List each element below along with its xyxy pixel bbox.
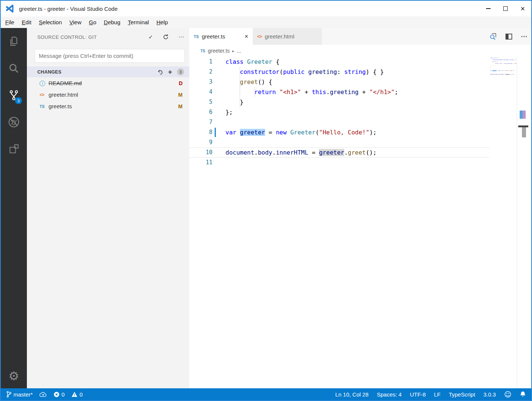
refresh-icon	[163, 34, 169, 40]
change-row-README.md[interactable]: iREADME.mdD	[27, 77, 189, 89]
status-bar: master* 0	[1, 388, 531, 400]
change-row-greeter.ts[interactable]: TSgreeter.tsM	[27, 100, 189, 112]
line-number: 5	[189, 97, 212, 107]
stage-all-button[interactable]: +	[168, 68, 172, 75]
bell-icon	[520, 391, 526, 398]
scm-badge: 3	[15, 97, 22, 104]
close-button[interactable]: ×	[514, 1, 531, 16]
breadcrumb-symbol[interactable]: ...	[237, 48, 241, 54]
commit-check-button[interactable]: ✓	[148, 34, 153, 40]
code-line-10[interactable]: 10document.body.innerHTML = greeter.gree…	[189, 147, 489, 158]
menu-help[interactable]: Help	[153, 18, 172, 27]
vscode-window: greeter.ts - greeter - Visual Studio Cod…	[0, 0, 532, 401]
scrollbar-thumb[interactable]	[522, 127, 526, 137]
activitybar-explorer[interactable]	[1, 28, 27, 55]
more-actions-button[interactable]: ⋯	[178, 34, 184, 40]
branch-icon	[6, 391, 12, 398]
breadcrumb-file[interactable]: greeter.ts	[208, 48, 230, 54]
warnings-status[interactable]: 0	[71, 391, 83, 398]
breadcrumb-ts-icon: TS	[200, 49, 205, 53]
status-typescript[interactable]: TypeScript	[449, 391, 475, 398]
change-row-greeter.html[interactable]: <>greeter.htmlM	[27, 89, 189, 100]
commit-message-input[interactable]	[35, 49, 185, 63]
line-number: 7	[189, 117, 212, 127]
open-changes-button[interactable]	[489, 32, 497, 40]
activitybar-debug[interactable]	[1, 109, 27, 136]
notifications-bell-button[interactable]	[520, 391, 526, 398]
code-editor[interactable]: 1class Greeter {2 constructor(public gre…	[189, 57, 531, 388]
activitybar-extensions[interactable]	[1, 136, 27, 162]
menu-terminal[interactable]: Terminal	[124, 18, 153, 27]
code-line-2[interactable]: 2 constructor(public greeting: string) {…	[189, 67, 489, 77]
status-utf-8[interactable]: UTF-8	[410, 391, 426, 398]
editor-group: TSgreeter.ts×<>greeter.html	[189, 28, 531, 388]
discard-all-button[interactable]	[157, 69, 163, 75]
title-bar: greeter.ts - greeter - Visual Studio Cod…	[1, 1, 531, 16]
minimap[interactable]: class Greeter { constructor(public greet…	[489, 57, 517, 78]
status-ln-10-col-28[interactable]: Ln 10, Col 28	[335, 391, 368, 398]
info-file-icon: i	[40, 80, 49, 86]
modified-line-gutter-marker	[215, 128, 216, 137]
errors-status[interactable]: 0	[53, 391, 65, 398]
code-line-5[interactable]: 5 }	[189, 97, 489, 107]
split-editor-button[interactable]	[505, 33, 513, 40]
code-line-11[interactable]: 11	[189, 158, 489, 168]
discard-icon	[157, 69, 163, 75]
vscode-logo-icon	[6, 4, 15, 13]
warnings-count: 0	[80, 391, 83, 398]
code-line-1[interactable]: 1class Greeter {	[189, 57, 489, 67]
changes-list: iREADME.mdD<>greeter.htmlMTSgreeter.tsM	[27, 77, 189, 112]
menu-view[interactable]: View	[66, 18, 85, 27]
changes-header[interactable]: CHANGES + 3	[27, 66, 189, 77]
errors-count: 0	[62, 391, 65, 398]
tab-bar: TSgreeter.ts×<>greeter.html	[189, 28, 531, 45]
ts-file-icon: TS	[194, 34, 199, 39]
tabs: TSgreeter.ts×<>greeter.html	[189, 28, 322, 45]
ts-file-icon: TS	[40, 104, 49, 109]
activitybar-search[interactable]	[1, 55, 27, 82]
explorer-icon	[8, 36, 19, 47]
tab-greeter.html[interactable]: <>greeter.html	[253, 28, 322, 45]
feedback-smiley-icon[interactable]: ☺	[504, 390, 511, 398]
publish-button[interactable]	[40, 391, 47, 397]
tab-greeter.ts[interactable]: TSgreeter.ts×	[189, 28, 253, 45]
code-line-6[interactable]: 6};	[189, 107, 489, 117]
activitybar-source-control[interactable]: 3	[1, 82, 27, 109]
settings-gear-icon[interactable]: ⚙	[9, 369, 19, 383]
overview-modified-marker	[520, 111, 523, 119]
minimize-button[interactable]	[480, 1, 497, 16]
status-spaces-4[interactable]: Spaces: 4	[377, 391, 402, 398]
menu-file[interactable]: File	[1, 18, 18, 27]
code-line-9[interactable]: 9	[189, 137, 489, 147]
git-branch-status[interactable]: master*	[6, 391, 33, 398]
breadcrumb: TS greeter.ts ▸ ...	[189, 45, 531, 57]
status-lf[interactable]: LF	[434, 391, 441, 398]
code-line-8[interactable]: 8var greeter = new Greeter("Hello, Code!…	[189, 127, 489, 137]
activity-bar: 3 ⚙	[1, 28, 27, 388]
maximize-button[interactable]	[497, 1, 514, 16]
statusbar-right-items: Ln 10, Col 28Spaces: 4UTF-8LFTypeScript3…	[335, 391, 496, 398]
editor-more-button[interactable]: ⋯	[521, 32, 528, 40]
html-file-icon: <>	[40, 92, 49, 97]
code-line-3[interactable]: 3 greet() {	[189, 77, 489, 87]
tab-label: greeter.html	[265, 33, 294, 40]
menu-edit[interactable]: Edit	[18, 18, 35, 27]
change-status-badge: M	[178, 103, 183, 109]
window-title: greeter.ts - greeter - Visual Studio Cod…	[19, 6, 118, 12]
split-editor-icon	[505, 33, 513, 40]
changes-count-badge: 3	[177, 68, 184, 75]
change-status-badge: M	[178, 92, 183, 98]
menu-selection[interactable]: Selection	[35, 18, 66, 27]
line-number: 10	[189, 147, 212, 158]
refresh-button[interactable]	[163, 34, 169, 40]
overview-ruler-scrollbar[interactable]	[517, 57, 531, 388]
code-line-4[interactable]: 4 return "<h1>" + this.greeting + "</h1>…	[189, 87, 489, 97]
close-icon: ×	[520, 5, 525, 12]
tab-label: greeter.ts	[202, 33, 225, 40]
code-line-7[interactable]: 7	[189, 117, 489, 127]
error-icon	[53, 391, 60, 398]
menu-go[interactable]: Go	[85, 18, 100, 27]
menu-debug[interactable]: Debug	[100, 18, 124, 27]
tab-close-icon[interactable]: ×	[245, 33, 248, 40]
status-3-0-3[interactable]: 3.0.3	[483, 391, 496, 398]
